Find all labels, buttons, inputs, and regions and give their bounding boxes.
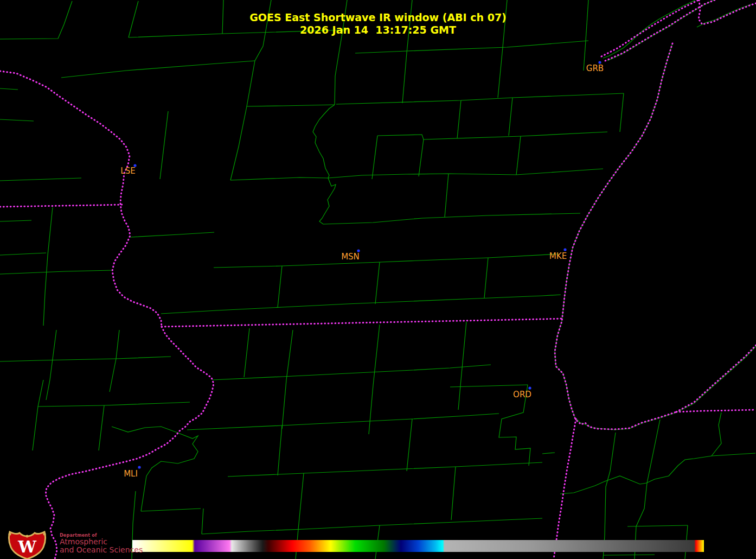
- county-line: [319, 178, 336, 224]
- state-border-line: [162, 319, 561, 327]
- state-border-line: [555, 43, 676, 429]
- county-line: [0, 253, 46, 255]
- county-line: [43, 207, 53, 326]
- county-line: [230, 106, 247, 180]
- county-line: [372, 136, 377, 179]
- city-label-msn: MSN: [341, 252, 360, 262]
- county-line: [0, 88, 18, 90]
- city-dot-mke: [563, 248, 566, 251]
- county-line: [0, 270, 112, 274]
- county-line: [584, 41, 586, 71]
- county-line: [46, 330, 56, 400]
- county-line: [323, 213, 580, 224]
- county-line: [604, 555, 655, 555]
- county-line: [407, 419, 412, 471]
- county-line: [282, 330, 293, 429]
- logo-name-line-1: Atmospheric: [60, 538, 143, 546]
- city-markers-layer: GRBLSEMSNMKEORDMLI: [120, 61, 604, 479]
- county-line: [576, 346, 756, 430]
- county-line: [419, 139, 424, 176]
- county-line: [375, 262, 380, 304]
- county-line: [141, 509, 201, 511]
- county-line: [278, 266, 282, 307]
- county-line: [161, 295, 561, 314]
- county-line: [560, 453, 755, 494]
- county-line: [635, 420, 660, 559]
- county-line: [187, 414, 499, 430]
- county-line: [445, 174, 449, 217]
- map-svg: GRBLSEMSNMKEORDMLI: [0, 0, 756, 559]
- city-label-ord: ORD: [513, 390, 531, 399]
- city-label-grb: GRB: [586, 63, 604, 73]
- county-line: [509, 98, 512, 136]
- county-line: [202, 509, 203, 534]
- county-line: [335, 30, 343, 105]
- county-line: [230, 169, 603, 180]
- state-border-line: [676, 345, 756, 412]
- county-line: [620, 93, 624, 132]
- county-line: [38, 402, 190, 406]
- city-label-mli: MLI: [124, 469, 138, 479]
- county-line: [0, 178, 81, 181]
- satellite-viewer-screen: GRBLSEMSNMKEORDMLI GOES East Shortwave I…: [0, 0, 756, 559]
- county-line: [516, 136, 521, 175]
- county-line: [160, 111, 168, 179]
- county-line: [61, 61, 255, 78]
- county-line: [99, 405, 104, 450]
- county-line: [202, 518, 542, 534]
- crest-letter: W: [17, 537, 37, 556]
- county-line: [298, 473, 304, 529]
- county-line: [450, 385, 528, 387]
- city-label-lse: LSE: [120, 166, 135, 176]
- uw-aos-logo: W Department of Atmospheric and Oceanic …: [2, 531, 154, 559]
- city-dot-ord: [528, 386, 531, 389]
- county-line: [377, 132, 607, 139]
- county-line: [484, 258, 488, 298]
- county-line: [244, 328, 249, 377]
- county-line: [458, 322, 466, 410]
- title-line-2: 2026 Jan 14 13:17:25 GMT: [0, 24, 756, 36]
- logo-text: Department of Atmospheric and Oceanic Sc…: [60, 533, 143, 554]
- county-line: [141, 476, 146, 511]
- logo-name-line-2: and Oceanic Sciences: [60, 546, 143, 554]
- county-line: [228, 462, 542, 477]
- county-line: [213, 365, 491, 380]
- state-border-line: [0, 205, 123, 207]
- image-title-block: GOES East Shortwave IR window (ABI ch 07…: [0, 11, 756, 36]
- county-line: [247, 105, 335, 106]
- county-line: [555, 43, 672, 417]
- city-label-mke: MKE: [549, 251, 567, 261]
- county-line: [542, 453, 555, 454]
- county-line: [130, 232, 214, 237]
- county-line: [498, 47, 503, 98]
- state-border-line: [46, 327, 214, 559]
- county-line: [712, 412, 721, 456]
- county-line: [110, 330, 119, 392]
- county-line: [313, 105, 335, 178]
- county-line: [278, 425, 282, 475]
- county-line: [402, 53, 407, 103]
- city-dot-mli: [138, 466, 140, 468]
- county-line: [0, 357, 171, 361]
- county-line: [0, 119, 34, 121]
- state-border-line: [676, 410, 756, 412]
- colorbar: [132, 540, 704, 552]
- county-line: [355, 41, 588, 53]
- county-line: [451, 467, 456, 520]
- county-line: [369, 325, 380, 434]
- county-line: [33, 380, 43, 450]
- county-line: [214, 254, 559, 268]
- state-border-line: [0, 71, 162, 327]
- uw-crest-icon: W: [3, 531, 51, 559]
- county-line: [457, 100, 461, 138]
- title-line-1: GOES East Shortwave IR window (ABI ch 07…: [0, 11, 756, 24]
- county-line: [0, 220, 31, 221]
- state-border-line: [554, 419, 576, 559]
- county-line: [336, 93, 624, 104]
